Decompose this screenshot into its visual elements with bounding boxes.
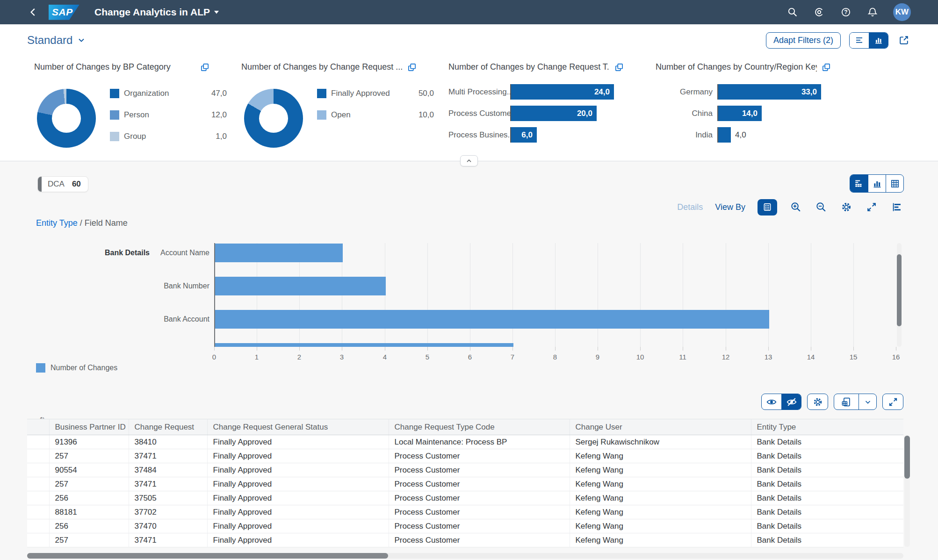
bar-partial[interactable] [215, 343, 513, 347]
row-select-cell[interactable] [27, 449, 49, 463]
chart-scrollbar-thumb[interactable] [897, 254, 902, 326]
row-select-cell[interactable] [27, 435, 49, 449]
data-label: 4,0 [735, 127, 746, 143]
variant-selector[interactable]: Standard [27, 34, 86, 47]
share-button[interactable] [897, 33, 911, 47]
table-cell: 38410 [129, 435, 207, 449]
filterbar-view-button[interactable] [850, 33, 869, 48]
adapt-filters-button[interactable]: Adapt Filters (2) [766, 32, 841, 49]
search-button[interactable] [786, 6, 799, 18]
column-header[interactable]: Business Partner ID [49, 419, 129, 435]
kpi-legend: Organization47,0Person12,0Group1,0 [110, 88, 227, 142]
donut-chart[interactable] [244, 89, 303, 148]
row-select-cell[interactable] [27, 477, 49, 491]
table-cell: Kefeng Wang [570, 463, 751, 477]
bar[interactable] [215, 310, 769, 329]
data-label: 6,0 [521, 130, 537, 140]
chart-fullscreen-button[interactable] [865, 201, 878, 214]
table-cell: 256 [49, 491, 129, 505]
chart-type-button[interactable] [890, 201, 903, 214]
copy-icon[interactable] [820, 61, 832, 73]
table-vertical-scrollbar-thumb[interactable] [904, 436, 910, 479]
table-horizontal-scrollbar-thumb[interactable] [27, 553, 388, 559]
bar[interactable] [718, 127, 731, 143]
sap-logo[interactable]: SAP [49, 5, 79, 20]
table-row[interactable]: 25637470Finally ApprovedProcess Customer… [27, 519, 903, 533]
copilot-button[interactable] [813, 6, 825, 18]
table-row[interactable]: 25737471Finally ApprovedProcess Customer… [27, 449, 903, 463]
view-by-button[interactable]: View By [715, 202, 745, 212]
axis-tick [726, 347, 726, 351]
table-only-view-button[interactable] [886, 175, 903, 192]
table-row[interactable]: 25737471Finally ApprovedProcess Customer… [27, 477, 903, 491]
bar[interactable]: 6,0 [511, 127, 537, 143]
donut-chart[interactable] [37, 89, 96, 148]
kpi-card-change-request-type[interactable]: Number of Changes by Change Request T...… [448, 61, 645, 157]
row-select-cell[interactable] [27, 533, 49, 547]
row-select-cell[interactable] [27, 491, 49, 505]
table-row[interactable]: 9139638410Finally ApprovedLocal Maintena… [27, 435, 903, 449]
legend-value: 12,0 [211, 110, 227, 120]
table-row[interactable]: 25637505Finally ApprovedProcess Customer… [27, 491, 903, 505]
bar[interactable]: 20,0 [511, 106, 597, 121]
collapse-header-button[interactable] [460, 155, 478, 166]
column-header[interactable]: Change Request Type Code [389, 419, 570, 435]
fullscreen-icon [887, 396, 899, 408]
legend-value: 10,0 [418, 110, 434, 120]
bar[interactable] [215, 244, 343, 262]
bar[interactable]: 14,0 [718, 106, 762, 121]
app-title[interactable]: Change Analytics in ALP [94, 7, 219, 18]
table-settings-button[interactable] [807, 394, 828, 410]
copy-icon[interactable] [613, 61, 625, 73]
x-axis-label: 0 [205, 353, 224, 361]
column-header[interactable]: Change Request [129, 419, 207, 435]
bar[interactable]: 33,0 [718, 84, 821, 100]
column-header[interactable]: Change Request General Status [207, 419, 389, 435]
avatar-initials: KW [895, 7, 909, 17]
show-details-button[interactable] [762, 394, 781, 409]
chip-accent [38, 177, 42, 192]
kpi-card-bp-category[interactable]: Number of Changes by BP Category Organiz… [34, 61, 231, 157]
legend-toggle-button[interactable] [758, 199, 777, 215]
kpi-card-country-region[interactable]: Number of Changes by Country/Region Key … [656, 61, 852, 157]
table-cell: Process Customer [389, 505, 570, 519]
select-all-column-header[interactable] [27, 419, 49, 435]
kpi-card-change-request-status[interactable]: Number of Changes by Change Request ... … [241, 61, 438, 157]
zoom-in-button[interactable] [789, 201, 802, 214]
gridline [555, 243, 556, 347]
column-header[interactable]: Entity Type [751, 419, 903, 435]
zoom-out-icon [815, 201, 827, 213]
table-row[interactable]: 8818137702Finally ApprovedProcess Custom… [27, 505, 903, 519]
table-row[interactable]: 9055437484Finally ApprovedProcess Custom… [27, 463, 903, 477]
kpi-view-button[interactable] [869, 33, 888, 48]
dca-filter-chip[interactable]: DCA 60 [37, 176, 88, 192]
avatar[interactable]: KW [893, 3, 911, 21]
export-button[interactable] [834, 394, 859, 409]
zoom-out-button[interactable] [815, 201, 828, 214]
bar[interactable] [215, 277, 386, 295]
copy-icon[interactable] [406, 61, 418, 73]
gridline [427, 243, 428, 347]
axis-tick [214, 347, 215, 351]
x-axis-label: 1 [247, 353, 266, 361]
hybrid-view-button[interactable] [850, 175, 868, 192]
help-button[interactable]: ? [840, 6, 852, 18]
breadcrumb-link[interactable]: Entity Type [36, 218, 78, 228]
copy-icon[interactable] [199, 61, 211, 73]
notifications-button[interactable] [866, 6, 879, 18]
chart-only-view-button[interactable] [868, 175, 886, 192]
kpi-bar-category-label: China [656, 106, 717, 121]
export-menu-button[interactable] [859, 394, 876, 409]
share-icon [898, 35, 909, 46]
bar[interactable]: 24,0 [511, 84, 614, 100]
row-select-cell[interactable] [27, 463, 49, 477]
row-select-cell[interactable] [27, 519, 49, 533]
kpi-bar-category-label: Multi Processing... [448, 84, 510, 100]
column-header[interactable]: Change User [570, 419, 751, 435]
hide-details-button[interactable] [781, 394, 801, 409]
row-select-cell[interactable] [27, 505, 49, 519]
back-button[interactable] [27, 6, 39, 18]
chart-settings-button[interactable] [840, 201, 853, 214]
table-fullscreen-button[interactable] [882, 394, 903, 410]
table-row[interactable]: 25737471Finally ApprovedProcess Customer… [27, 533, 903, 547]
